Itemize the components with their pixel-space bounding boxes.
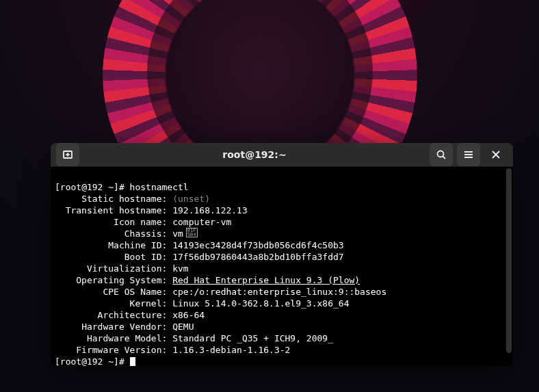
- field-label: Chassis: [55, 228, 162, 239]
- field-label: Kernel: [55, 298, 162, 309]
- prompt-prefix-2: [root@192 ~]#: [55, 356, 130, 366]
- field-value: cpe:/o:redhat:enterprise_linux:9::baseos: [172, 287, 386, 297]
- svg-point-3: [438, 151, 444, 157]
- field-label: Architecture: [55, 309, 162, 321]
- field-label: Firmware Version: [55, 344, 162, 356]
- field-value: x86-64: [172, 310, 205, 320]
- field-label: Boot ID: [55, 251, 162, 263]
- field-separator: :: [162, 205, 173, 215]
- field-label: Icon name: [55, 216, 162, 228]
- command-text: hostnamectl: [130, 182, 189, 192]
- hamburger-menu-button[interactable]: [457, 143, 480, 166]
- output-row: Architecture: x86-64: [55, 309, 509, 321]
- output-row: Hardware Model: Standard PC _Q35 + ICH9,…: [55, 332, 509, 344]
- prompt-line: [root@192 ~]# hostnamectl: [55, 181, 509, 193]
- field-separator: :: [162, 228, 173, 239]
- titlebar: root@192:~: [51, 143, 513, 167]
- field-separator: :: [162, 275, 173, 285]
- field-value: 14193ec3428d4f73bdb056cd6f4c50b3: [172, 240, 343, 250]
- field-value: vm: [172, 228, 183, 239]
- field-value: 1.16.3-debian-1.16.3-2: [172, 345, 290, 355]
- field-separator: :: [162, 345, 173, 355]
- field-label: CPE OS Name: [55, 286, 162, 298]
- field-value: Linux 5.14.0-362.8.1.el9_3.x86_64: [172, 298, 349, 309]
- svg-rect-7: [464, 157, 473, 158]
- field-separator: :: [162, 252, 173, 262]
- svg-rect-5: [464, 151, 473, 153]
- field-separator: :: [162, 217, 173, 227]
- output-row: Icon name: computer-vm: [55, 216, 509, 228]
- field-value: Red Hat Enterprise Linux 9.3 (Plow): [172, 275, 360, 285]
- field-separator: :: [162, 263, 173, 274]
- field-separator: :: [162, 322, 173, 332]
- prompt-line-2: [root@192 ~]#: [55, 356, 509, 366]
- field-label: Hardware Vendor: [55, 321, 162, 332]
- field-value: (unset): [172, 194, 210, 204]
- terminal-body[interactable]: [root@192 ~]# hostnamectlStatic hostname…: [51, 167, 513, 366]
- field-separator: :: [162, 298, 173, 309]
- svg-line-4: [443, 157, 446, 159]
- output-row: Firmware Version: 1.16.3-debian-1.16.3-2: [55, 344, 509, 356]
- output-row: Boot ID: 17f56db97860443a8b2bd10bffa3fdd…: [55, 251, 509, 263]
- field-separator: :: [162, 310, 173, 320]
- output-row: Transient hostname: 192.168.122.13: [55, 205, 509, 216]
- field-value: 17f56db97860443a8b2bd10bffa3fdd7: [172, 252, 343, 262]
- field-value: kvm: [172, 263, 188, 274]
- field-label: Transient hostname: [55, 205, 162, 216]
- field-value: QEMU: [172, 322, 194, 332]
- field-separator: :: [162, 287, 173, 297]
- field-label: Operating System: [55, 274, 162, 286]
- output-row: Static hostname: (unset): [55, 193, 509, 205]
- field-separator: :: [162, 194, 173, 204]
- search-button[interactable]: [430, 143, 453, 166]
- prompt-prefix: [root@192 ~]#: [55, 182, 130, 192]
- field-label: Virtualization: [55, 263, 162, 274]
- vm-glyph-icon: 01F 5B4: [186, 228, 198, 237]
- output-row: Operating System: Red Hat Enterprise Lin…: [55, 274, 509, 286]
- window-title: root@192:~: [83, 149, 425, 160]
- output-row: Virtualization: kvm: [55, 263, 509, 274]
- field-value: computer-vm: [172, 217, 231, 227]
- field-label: Static hostname: [55, 193, 162, 205]
- output-row: Hardware Vendor: QEMU: [55, 321, 509, 332]
- field-label: Machine ID: [55, 239, 162, 251]
- field-separator: :: [162, 240, 173, 250]
- field-separator: :: [162, 333, 173, 343]
- close-button[interactable]: [484, 143, 508, 166]
- field-value: Standard PC _Q35 + ICH9, 2009_: [172, 333, 333, 343]
- output-row: CPE OS Name: cpe:/o:redhat:enterprise_li…: [55, 286, 509, 298]
- output-row: Machine ID: 14193ec3428d4f73bdb056cd6f4c…: [55, 239, 509, 251]
- output-row: Kernel: Linux 5.14.0-362.8.1.el9_3.x86_6…: [55, 298, 509, 309]
- field-value: 192.168.122.13: [172, 205, 248, 215]
- terminal-window: root@192:~ [root@192 ~]# hostnamectlStat…: [51, 143, 513, 366]
- svg-rect-6: [464, 154, 473, 155]
- new-tab-button[interactable]: [56, 143, 79, 166]
- scrollbar[interactable]: [506, 168, 512, 353]
- output-row: Chassis: vm01F 5B4: [55, 228, 509, 239]
- field-label: Hardware Model: [55, 332, 162, 344]
- cursor: [130, 357, 135, 366]
